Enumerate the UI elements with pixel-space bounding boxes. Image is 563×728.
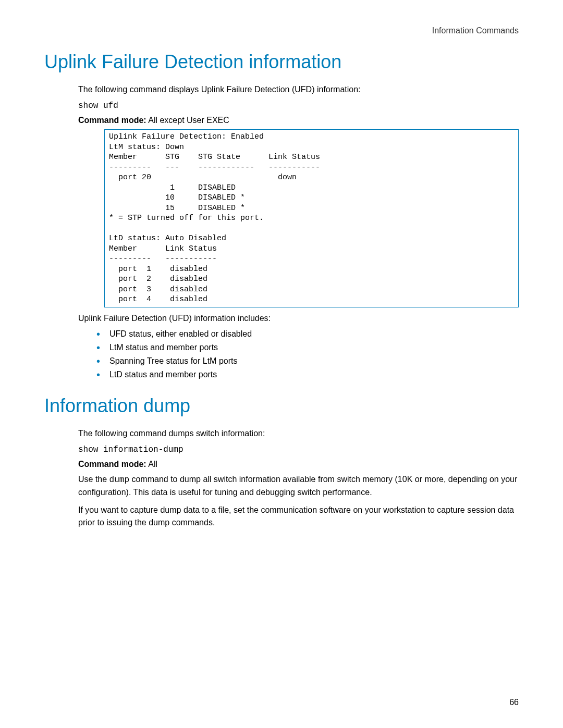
dump-mode-value: All	[146, 460, 157, 468]
ufd-bullet-list: UFD status, either enabled or disabled L…	[96, 329, 519, 379]
list-item: Spanning Tree status for LtM ports	[96, 356, 519, 366]
list-item: UFD status, either enabled or disabled	[96, 329, 519, 339]
ufd-code-block: Uplink Failure Detection: Enabled LtM st…	[104, 129, 519, 307]
ufd-mode-value: All except User EXEC	[146, 116, 229, 125]
dump-para2: If you want to capture dump data to a fi…	[78, 504, 519, 529]
page-number: 66	[509, 698, 519, 707]
dump-para1-pre: Use the	[78, 475, 109, 484]
ufd-command-mode: Command mode: All except User EXEC	[78, 116, 519, 125]
ufd-mode-label: Command mode:	[78, 116, 146, 125]
dump-para1-code: dump	[109, 475, 129, 485]
ufd-command: show ufd	[78, 101, 519, 110]
dump-intro: The following command dumps switch infor…	[78, 427, 519, 440]
ufd-intro: The following command displays Uplink Fa…	[78, 83, 519, 96]
dump-para1: Use the dump command to dump all switch …	[78, 473, 519, 499]
dump-mode-label: Command mode:	[78, 460, 146, 468]
list-item: LtD status and member ports	[96, 370, 519, 379]
page-header-label: Information Commands	[44, 26, 519, 35]
dump-command: show information-dump	[78, 445, 519, 454]
section-title-ufd: Uplink Failure Detection information	[44, 51, 519, 73]
section-title-dump: Information dump	[44, 395, 519, 417]
dump-para1-post: command to dump all switch information a…	[78, 475, 517, 497]
ufd-includes-intro: Uplink Failure Detection (UFD) informati…	[78, 314, 519, 323]
list-item: LtM status and member ports	[96, 343, 519, 352]
dump-command-mode: Command mode: All	[78, 460, 519, 469]
